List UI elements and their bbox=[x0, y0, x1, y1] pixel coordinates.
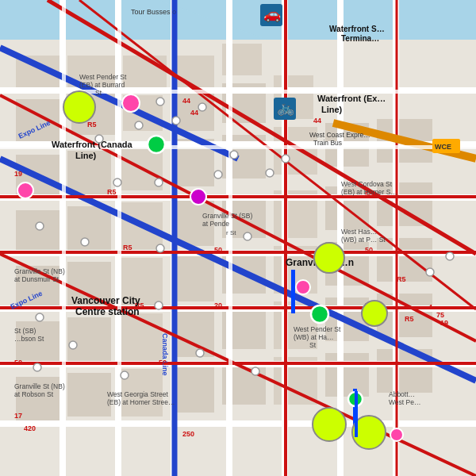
svg-text:West Pe…: West Pe… bbox=[389, 398, 420, 406]
svg-text:St: St bbox=[95, 89, 102, 97]
svg-text:4: 4 bbox=[428, 303, 432, 311]
svg-point-180 bbox=[251, 367, 259, 375]
svg-point-157 bbox=[314, 243, 344, 273]
svg-text:Tour Busses ○: Tour Busses ○ bbox=[131, 8, 176, 16]
svg-text:West Georgia Street: West Georgia Street bbox=[107, 390, 168, 398]
svg-point-174 bbox=[36, 222, 44, 230]
svg-point-170 bbox=[172, 117, 180, 125]
svg-text:44: 44 bbox=[182, 97, 190, 105]
svg-text:West Has…: West Has… bbox=[341, 228, 377, 236]
svg-text:Vancouver City: Vancouver City bbox=[71, 295, 140, 306]
map-container: Expo Line Expo Line Canada Line R5 R5 R5… bbox=[0, 0, 476, 476]
svg-text:r St: r St bbox=[226, 229, 236, 236]
svg-point-169 bbox=[156, 98, 164, 106]
svg-point-179 bbox=[196, 349, 204, 357]
svg-text:Line): Line) bbox=[75, 151, 97, 160]
svg-text:at Pende: at Pende bbox=[202, 220, 229, 228]
svg-point-173 bbox=[214, 171, 222, 178]
svg-text:(EB) at Burrard: (EB) at Burrard bbox=[79, 81, 125, 89]
svg-text:R5: R5 bbox=[107, 188, 117, 196]
svg-text:Waterfront S…: Waterfront S… bbox=[329, 25, 385, 33]
svg-text:50: 50 bbox=[159, 359, 167, 367]
svg-text:Granville St (SB): Granville St (SB) bbox=[202, 212, 252, 220]
svg-rect-193 bbox=[292, 271, 295, 313]
svg-text:St: St bbox=[309, 341, 317, 349]
svg-text:75: 75 bbox=[436, 311, 444, 319]
svg-text:19: 19 bbox=[440, 319, 448, 327]
svg-point-175 bbox=[81, 238, 89, 246]
svg-text:Granville St (NB): Granville St (NB) bbox=[14, 382, 65, 390]
svg-rect-194 bbox=[355, 391, 358, 437]
svg-point-163 bbox=[190, 189, 206, 205]
svg-point-172 bbox=[155, 178, 163, 186]
svg-text:St (SB): St (SB) bbox=[14, 327, 36, 335]
svg-rect-60 bbox=[0, 420, 476, 427]
svg-text:Abbott…: Abbott… bbox=[389, 390, 415, 398]
svg-text:Termina…: Termina… bbox=[341, 34, 379, 43]
svg-point-159 bbox=[313, 408, 346, 441]
svg-text:R5: R5 bbox=[123, 244, 132, 251]
map-svg: Expo Line Expo Line Canada Line R5 R5 R5… bbox=[0, 0, 476, 476]
svg-rect-84 bbox=[62, 0, 66, 476]
svg-point-183 bbox=[426, 268, 434, 276]
svg-point-192 bbox=[230, 151, 238, 159]
svg-text:Canada Line: Canada Line bbox=[161, 333, 169, 376]
svg-point-176 bbox=[36, 313, 44, 321]
svg-rect-5 bbox=[123, 56, 167, 87]
svg-point-184 bbox=[446, 252, 454, 260]
svg-point-165 bbox=[390, 428, 403, 441]
svg-rect-52 bbox=[325, 353, 369, 397]
svg-point-164 bbox=[296, 280, 310, 294]
svg-text:Train Bus: Train Bus bbox=[313, 139, 342, 147]
svg-text:at Robson St: at Robson St bbox=[14, 390, 54, 398]
svg-point-158 bbox=[362, 301, 387, 326]
svg-point-156 bbox=[63, 91, 95, 123]
svg-text:Centre station: Centre station bbox=[75, 306, 140, 317]
svg-text:…bson St: …bson St bbox=[14, 335, 44, 343]
svg-rect-23 bbox=[67, 206, 111, 250]
svg-text:🚲: 🚲 bbox=[277, 99, 295, 117]
svg-text:50: 50 bbox=[214, 246, 222, 254]
svg-text:44: 44 bbox=[313, 117, 321, 125]
svg-text:R5: R5 bbox=[405, 315, 414, 323]
svg-text:Line): Line) bbox=[321, 105, 343, 114]
svg-point-185 bbox=[244, 232, 251, 240]
svg-text:West Coast Expre…: West Coast Expre… bbox=[309, 131, 370, 139]
svg-text:WCE: WCE bbox=[435, 143, 451, 151]
svg-text:50: 50 bbox=[14, 359, 22, 367]
svg-point-188 bbox=[135, 121, 143, 129]
svg-text:at Dunsmuir St: at Dunsmuir St bbox=[14, 275, 60, 283]
svg-point-182 bbox=[33, 363, 41, 371]
svg-text:Waterfront (Ex…: Waterfront (Ex… bbox=[317, 94, 386, 103]
svg-rect-47 bbox=[67, 373, 111, 416]
svg-text:(EB) at Homer S…: (EB) at Homer S… bbox=[341, 188, 397, 196]
svg-point-178 bbox=[155, 301, 163, 309]
svg-text:West Pender St: West Pender St bbox=[294, 325, 341, 333]
svg-point-166 bbox=[148, 136, 165, 153]
svg-rect-22 bbox=[16, 210, 60, 254]
svg-rect-86 bbox=[228, 0, 232, 476]
svg-point-181 bbox=[121, 371, 129, 379]
svg-point-162 bbox=[17, 182, 33, 198]
svg-text:19: 19 bbox=[14, 170, 22, 178]
svg-text:🚗: 🚗 bbox=[263, 6, 282, 23]
svg-rect-39 bbox=[67, 317, 111, 361]
svg-text:50: 50 bbox=[365, 246, 373, 254]
svg-point-191 bbox=[282, 155, 290, 163]
svg-text:West Cordova St: West Cordova St bbox=[341, 180, 393, 188]
svg-text:17: 17 bbox=[14, 412, 22, 420]
svg-text:44: 44 bbox=[190, 109, 198, 117]
svg-text:Waterfront (Canada: Waterfront (Canada bbox=[52, 140, 133, 149]
svg-text:250: 250 bbox=[182, 430, 194, 438]
svg-point-177 bbox=[69, 341, 77, 349]
svg-point-189 bbox=[95, 135, 103, 143]
svg-point-190 bbox=[266, 169, 274, 177]
svg-text:R5: R5 bbox=[87, 121, 97, 129]
svg-point-187 bbox=[198, 103, 206, 111]
svg-point-186 bbox=[156, 244, 164, 252]
svg-text:(WB) at Ha…: (WB) at Ha… bbox=[294, 333, 334, 341]
svg-point-167 bbox=[311, 305, 328, 323]
svg-point-161 bbox=[122, 94, 140, 112]
svg-point-171 bbox=[113, 178, 121, 186]
svg-text:(EB) at Homer Stree…: (EB) at Homer Stree… bbox=[107, 398, 175, 406]
